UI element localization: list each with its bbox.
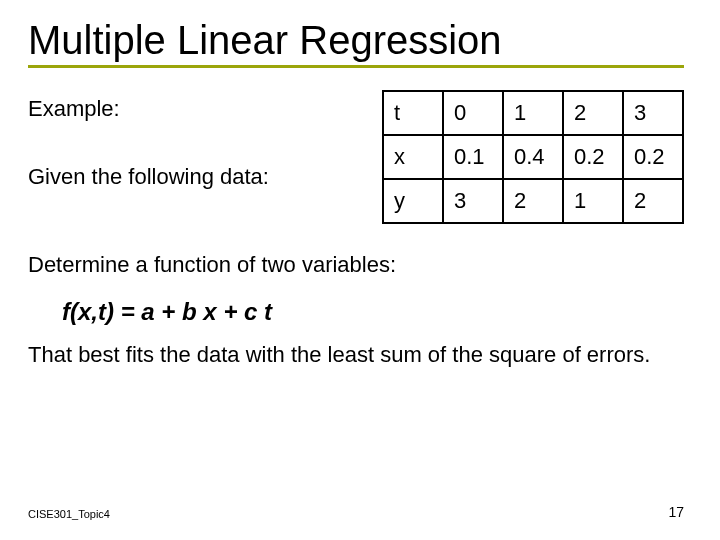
slide: Multiple Linear Regression Example: Give… xyxy=(0,0,720,540)
table-row: x 0.1 0.4 0.2 0.2 xyxy=(383,135,683,179)
table-row: t 0 1 2 3 xyxy=(383,91,683,135)
cell: 3 xyxy=(443,179,503,223)
row-head-t: t xyxy=(383,91,443,135)
fit-label: That best fits the data with the least s… xyxy=(28,340,684,370)
footer-page-number: 17 xyxy=(668,504,684,520)
cell: 2 xyxy=(563,91,623,135)
title-underline xyxy=(28,65,684,68)
cell: 0.2 xyxy=(623,135,683,179)
cell: 1 xyxy=(503,91,563,135)
table-row: y 3 2 1 2 xyxy=(383,179,683,223)
page-title: Multiple Linear Regression xyxy=(28,18,684,63)
content-row: Example: Given the following data: t 0 1… xyxy=(28,90,684,224)
data-table: t 0 1 2 3 x 0.1 0.4 0.2 0.2 y 3 2 1 2 xyxy=(382,90,684,224)
row-head-y: y xyxy=(383,179,443,223)
cell: 0.1 xyxy=(443,135,503,179)
given-label: Given the following data: xyxy=(28,162,269,192)
example-label: Example: xyxy=(28,94,269,124)
cell: 2 xyxy=(623,179,683,223)
row-head-x: x xyxy=(383,135,443,179)
left-column: Example: Given the following data: xyxy=(28,90,269,191)
cell: 3 xyxy=(623,91,683,135)
determine-label: Determine a function of two variables: xyxy=(28,250,684,280)
formula: f(x,t) = a + b x + c t xyxy=(62,298,684,326)
cell: 2 xyxy=(503,179,563,223)
cell: 0 xyxy=(443,91,503,135)
cell: 1 xyxy=(563,179,623,223)
footer-course: CISE301_Topic4 xyxy=(28,508,110,520)
cell: 0.4 xyxy=(503,135,563,179)
cell: 0.2 xyxy=(563,135,623,179)
